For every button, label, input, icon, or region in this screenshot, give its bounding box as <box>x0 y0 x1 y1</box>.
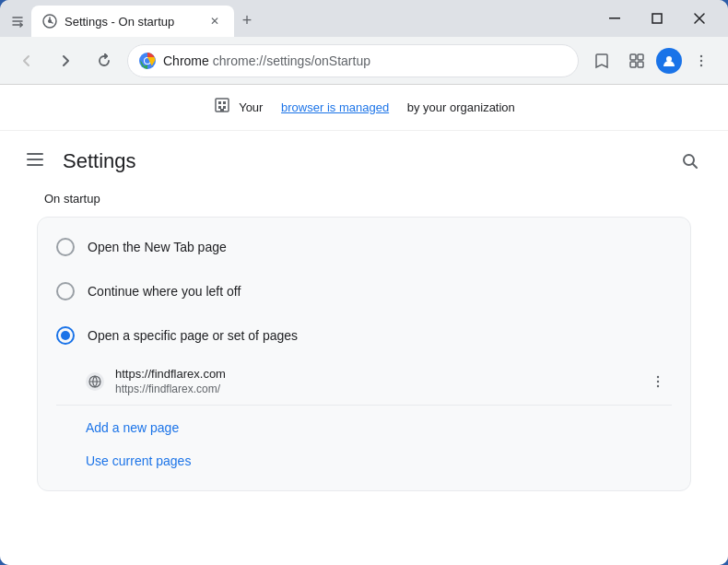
back-btn[interactable] <box>11 45 42 77</box>
url-favicon <box>86 372 104 391</box>
radio-continue <box>56 282 75 300</box>
hamburger-btn[interactable] <box>22 147 48 177</box>
use-current-pages-link[interactable]: Use current pages <box>86 446 672 476</box>
svg-rect-2 <box>609 18 620 19</box>
url-more-btn[interactable] <box>644 368 672 395</box>
svg-point-11 <box>700 54 702 56</box>
tab-title: Settings - On startup <box>65 15 199 29</box>
nav-icons <box>586 45 717 77</box>
settings-header: Settings <box>0 131 728 192</box>
chrome-menu-btn[interactable] <box>686 45 717 77</box>
svg-rect-9 <box>638 62 643 67</box>
svg-point-12 <box>700 59 702 61</box>
option-new-tab[interactable]: Open the New Tab page <box>38 225 690 269</box>
svg-point-23 <box>657 380 659 382</box>
extensions-btn[interactable] <box>621 45 652 77</box>
startup-card: Open the New Tab page Continue where you… <box>37 217 691 491</box>
svg-rect-8 <box>630 62 636 67</box>
url-line1: https://findflarex.com <box>115 367 633 381</box>
settings-search-btn[interactable] <box>675 146 706 177</box>
option-continue-label: Continue where you left off <box>88 284 241 299</box>
address-brand: Chrome <box>163 53 209 68</box>
settings-layout: Your browser is managed by your organiza… <box>0 85 728 510</box>
notification-text-before: Your <box>239 100 263 114</box>
address-url: chrome://settings/onStartup <box>213 53 370 68</box>
building-icon <box>213 96 231 119</box>
svg-rect-3 <box>652 14 662 23</box>
add-new-page-link[interactable]: Add a new page <box>86 413 672 442</box>
section-label: On startup <box>37 192 691 206</box>
address-bar[interactable]: Chrome chrome://settings/onStartup <box>127 44 579 77</box>
address-text: Chrome chrome://settings/onStartup <box>163 53 567 68</box>
option-specific[interactable]: Open a specific page or set of pages <box>38 313 690 358</box>
page-content: PC k.com Your browser is managed by your… <box>0 85 728 565</box>
svg-rect-16 <box>223 101 226 104</box>
page-title: Settings <box>63 149 136 173</box>
minimize-btn[interactable] <box>593 6 636 31</box>
svg-point-22 <box>657 375 659 377</box>
maximize-btn[interactable] <box>636 6 678 31</box>
option-continue[interactable]: Continue where you left off <box>38 269 690 313</box>
tab-favicon-icon <box>42 14 57 29</box>
notification-bar: Your browser is managed by your organiza… <box>0 85 728 131</box>
option-new-tab-label: Open the New Tab page <box>88 240 227 254</box>
bookmark-btn[interactable] <box>586 45 617 77</box>
window-controls <box>593 6 721 37</box>
svg-rect-15 <box>218 101 221 104</box>
title-bar-left <box>7 11 28 37</box>
url-line2: https://findflarex.com/ <box>115 383 633 395</box>
svg-point-1 <box>48 19 52 23</box>
chrome-logo <box>139 53 156 69</box>
profile-btn[interactable] <box>656 48 682 74</box>
close-btn[interactable] <box>678 6 721 31</box>
tab-close-btn[interactable]: ✕ <box>206 13 223 29</box>
reload-btn[interactable] <box>88 45 120 77</box>
svg-point-24 <box>657 384 659 386</box>
option-specific-label: Open a specific page or set of pages <box>88 328 298 343</box>
forward-btn[interactable] <box>50 45 81 77</box>
managed-link[interactable]: browser is managed <box>281 100 389 114</box>
active-tab[interactable]: Settings - On startup ✕ <box>31 6 234 37</box>
nav-bar: Chrome chrome://settings/onStartup <box>0 37 728 85</box>
svg-rect-6 <box>630 54 636 60</box>
title-bar: Settings - On startup ✕ + <box>0 0 728 37</box>
action-links: Add a new page Use current pages <box>38 406 690 483</box>
url-text: https://findflarex.com https://findflare… <box>115 367 633 395</box>
radio-specific <box>56 326 75 345</box>
url-entry: https://findflarex.com https://findflare… <box>38 358 690 405</box>
browser-window: Settings - On startup ✕ + <box>0 0 728 565</box>
svg-rect-19 <box>220 109 224 112</box>
new-tab-btn[interactable]: + <box>234 7 260 33</box>
settings-main: On startup Open the New Tab page Continu… <box>0 192 728 510</box>
notification-text-after: by your organization <box>407 100 515 114</box>
radio-new-tab <box>56 238 75 256</box>
tab-list-btn[interactable] <box>7 11 28 31</box>
svg-rect-18 <box>223 106 226 109</box>
svg-rect-17 <box>218 106 221 109</box>
svg-point-13 <box>700 64 702 65</box>
svg-rect-7 <box>638 54 643 60</box>
